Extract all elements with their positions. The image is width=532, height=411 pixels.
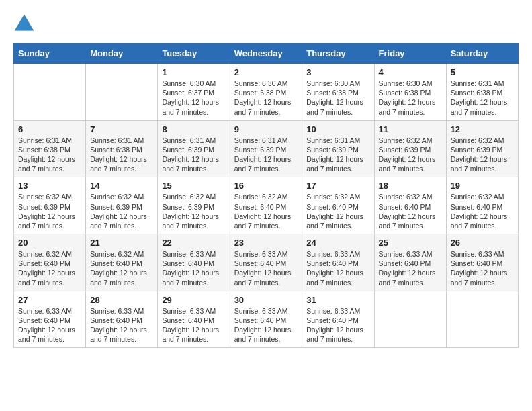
calendar-week-row: 13Sunrise: 6:32 AM Sunset: 6:39 PM Dayli… — [14, 177, 519, 234]
calendar-cell: 15Sunrise: 6:32 AM Sunset: 6:39 PM Dayli… — [158, 177, 230, 234]
calendar-cell: 21Sunrise: 6:32 AM Sunset: 6:40 PM Dayli… — [86, 234, 158, 291]
day-info: Sunrise: 6:33 AM Sunset: 6:40 PM Dayligh… — [306, 249, 369, 287]
logo — [13, 13, 39, 32]
day-number: 7 — [90, 124, 153, 134]
calendar-cell: 11Sunrise: 6:32 AM Sunset: 6:39 PM Dayli… — [374, 120, 446, 177]
day-number: 4 — [379, 67, 442, 77]
day-number: 3 — [306, 67, 369, 77]
calendar-cell: 5Sunrise: 6:31 AM Sunset: 6:38 PM Daylig… — [446, 64, 518, 121]
day-info: Sunrise: 6:30 AM Sunset: 6:37 PM Dayligh… — [162, 79, 225, 117]
day-number: 31 — [306, 295, 369, 305]
day-info: Sunrise: 6:32 AM Sunset: 6:39 PM Dayligh… — [379, 136, 442, 174]
day-info: Sunrise: 6:30 AM Sunset: 6:38 PM Dayligh… — [234, 79, 298, 117]
calendar-cell: 27Sunrise: 6:33 AM Sunset: 6:40 PM Dayli… — [14, 291, 86, 348]
logo-icon — [13, 13, 35, 32]
day-number: 22 — [162, 238, 225, 248]
calendar-header-row: SundayMondayTuesdayWednesdayThursdayFrid… — [14, 44, 519, 64]
day-number: 12 — [451, 124, 514, 134]
day-number: 30 — [234, 295, 298, 305]
day-number: 18 — [379, 181, 442, 191]
day-info: Sunrise: 6:33 AM Sunset: 6:40 PM Dayligh… — [90, 306, 153, 345]
calendar-cell: 26Sunrise: 6:33 AM Sunset: 6:40 PM Dayli… — [446, 234, 518, 291]
day-number: 21 — [90, 238, 153, 248]
day-info: Sunrise: 6:32 AM Sunset: 6:40 PM Dayligh… — [306, 192, 369, 230]
day-info: Sunrise: 6:32 AM Sunset: 6:39 PM Dayligh… — [90, 192, 153, 230]
calendar-cell: 19Sunrise: 6:32 AM Sunset: 6:40 PM Dayli… — [446, 177, 518, 234]
calendar-week-row: 27Sunrise: 6:33 AM Sunset: 6:40 PM Dayli… — [14, 291, 519, 348]
day-number: 1 — [162, 67, 225, 77]
day-info: Sunrise: 6:30 AM Sunset: 6:38 PM Dayligh… — [306, 79, 369, 117]
day-info: Sunrise: 6:31 AM Sunset: 6:38 PM Dayligh… — [451, 79, 514, 117]
day-number: 29 — [162, 295, 225, 305]
calendar-cell: 7Sunrise: 6:31 AM Sunset: 6:38 PM Daylig… — [86, 120, 158, 177]
calendar-cell: 1Sunrise: 6:30 AM Sunset: 6:37 PM Daylig… — [158, 64, 230, 121]
day-info: Sunrise: 6:31 AM Sunset: 6:38 PM Dayligh… — [90, 136, 153, 174]
calendar-cell: 4Sunrise: 6:30 AM Sunset: 6:38 PM Daylig… — [374, 64, 446, 121]
calendar-header-tuesday: Tuesday — [158, 44, 230, 64]
calendar-week-row: 1Sunrise: 6:30 AM Sunset: 6:37 PM Daylig… — [14, 64, 519, 121]
calendar-header-saturday: Saturday — [446, 44, 518, 64]
day-info: Sunrise: 6:32 AM Sunset: 6:40 PM Dayligh… — [234, 192, 298, 230]
day-number: 2 — [234, 67, 298, 77]
calendar-header-monday: Monday — [86, 44, 158, 64]
day-number: 26 — [451, 238, 514, 248]
calendar-cell: 13Sunrise: 6:32 AM Sunset: 6:39 PM Dayli… — [14, 177, 86, 234]
day-number: 28 — [90, 295, 153, 305]
calendar-cell: 14Sunrise: 6:32 AM Sunset: 6:39 PM Dayli… — [86, 177, 158, 234]
day-info: Sunrise: 6:33 AM Sunset: 6:40 PM Dayligh… — [234, 249, 298, 287]
day-number: 16 — [234, 181, 298, 191]
day-info: Sunrise: 6:31 AM Sunset: 6:38 PM Dayligh… — [18, 136, 81, 174]
day-info: Sunrise: 6:32 AM Sunset: 6:39 PM Dayligh… — [162, 192, 225, 230]
calendar-week-row: 6Sunrise: 6:31 AM Sunset: 6:38 PM Daylig… — [14, 120, 519, 177]
calendar-cell: 25Sunrise: 6:33 AM Sunset: 6:40 PM Dayli… — [374, 234, 446, 291]
calendar-header-friday: Friday — [374, 44, 446, 64]
calendar-table: SundayMondayTuesdayWednesdayThursdayFrid… — [13, 43, 519, 348]
day-number: 25 — [379, 238, 442, 248]
calendar-cell: 17Sunrise: 6:32 AM Sunset: 6:40 PM Dayli… — [302, 177, 374, 234]
calendar-week-row: 20Sunrise: 6:32 AM Sunset: 6:40 PM Dayli… — [14, 234, 519, 291]
day-info: Sunrise: 6:33 AM Sunset: 6:40 PM Dayligh… — [379, 249, 442, 287]
day-info: Sunrise: 6:31 AM Sunset: 6:39 PM Dayligh… — [306, 136, 369, 174]
day-number: 6 — [18, 124, 81, 134]
day-info: Sunrise: 6:33 AM Sunset: 6:40 PM Dayligh… — [451, 249, 514, 287]
day-info: Sunrise: 6:32 AM Sunset: 6:39 PM Dayligh… — [451, 136, 514, 174]
calendar-cell: 10Sunrise: 6:31 AM Sunset: 6:39 PM Dayli… — [302, 120, 374, 177]
day-number: 17 — [306, 181, 369, 191]
day-info: Sunrise: 6:33 AM Sunset: 6:40 PM Dayligh… — [306, 306, 369, 345]
day-number: 11 — [379, 124, 442, 134]
day-info: Sunrise: 6:31 AM Sunset: 6:39 PM Dayligh… — [162, 136, 225, 174]
day-info: Sunrise: 6:32 AM Sunset: 6:40 PM Dayligh… — [451, 192, 514, 230]
day-info: Sunrise: 6:33 AM Sunset: 6:40 PM Dayligh… — [18, 306, 81, 345]
day-info: Sunrise: 6:32 AM Sunset: 6:40 PM Dayligh… — [18, 249, 81, 287]
day-info: Sunrise: 6:33 AM Sunset: 6:40 PM Dayligh… — [234, 306, 298, 345]
day-info: Sunrise: 6:33 AM Sunset: 6:40 PM Dayligh… — [162, 249, 225, 287]
calendar-header-sunday: Sunday — [14, 44, 86, 64]
calendar-cell: 6Sunrise: 6:31 AM Sunset: 6:38 PM Daylig… — [14, 120, 86, 177]
day-info: Sunrise: 6:33 AM Sunset: 6:40 PM Dayligh… — [162, 306, 225, 345]
calendar-header-wednesday: Wednesday — [230, 44, 302, 64]
day-number: 19 — [451, 181, 514, 191]
calendar-cell: 22Sunrise: 6:33 AM Sunset: 6:40 PM Dayli… — [158, 234, 230, 291]
calendar-cell: 30Sunrise: 6:33 AM Sunset: 6:40 PM Dayli… — [230, 291, 302, 348]
calendar-cell — [374, 291, 446, 348]
page-header — [13, 13, 519, 32]
calendar-cell: 12Sunrise: 6:32 AM Sunset: 6:39 PM Dayli… — [446, 120, 518, 177]
calendar-cell: 28Sunrise: 6:33 AM Sunset: 6:40 PM Dayli… — [86, 291, 158, 348]
calendar-cell: 18Sunrise: 6:32 AM Sunset: 6:40 PM Dayli… — [374, 177, 446, 234]
calendar-cell: 23Sunrise: 6:33 AM Sunset: 6:40 PM Dayli… — [230, 234, 302, 291]
calendar-cell: 16Sunrise: 6:32 AM Sunset: 6:40 PM Dayli… — [230, 177, 302, 234]
calendar-cell: 24Sunrise: 6:33 AM Sunset: 6:40 PM Dayli… — [302, 234, 374, 291]
day-number: 10 — [306, 124, 369, 134]
calendar-cell: 29Sunrise: 6:33 AM Sunset: 6:40 PM Dayli… — [158, 291, 230, 348]
day-info: Sunrise: 6:31 AM Sunset: 6:39 PM Dayligh… — [234, 136, 298, 174]
calendar-cell: 9Sunrise: 6:31 AM Sunset: 6:39 PM Daylig… — [230, 120, 302, 177]
day-number: 24 — [306, 238, 369, 248]
day-info: Sunrise: 6:32 AM Sunset: 6:40 PM Dayligh… — [379, 192, 442, 230]
day-number: 27 — [18, 295, 81, 305]
calendar-cell — [86, 64, 158, 121]
calendar-cell: 31Sunrise: 6:33 AM Sunset: 6:40 PM Dayli… — [302, 291, 374, 348]
day-number: 23 — [234, 238, 298, 248]
day-number: 20 — [18, 238, 81, 248]
day-number: 5 — [451, 67, 514, 77]
day-info: Sunrise: 6:32 AM Sunset: 6:40 PM Dayligh… — [90, 249, 153, 287]
